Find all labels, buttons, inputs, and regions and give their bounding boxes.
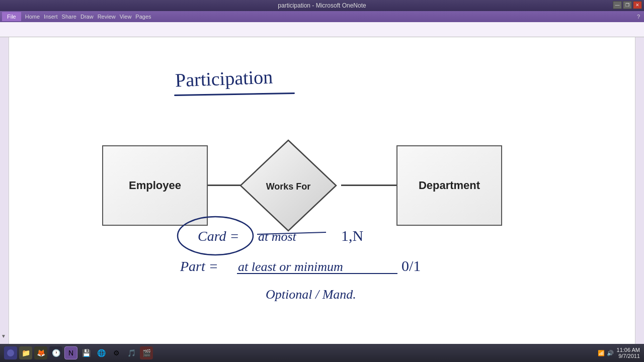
tab-review[interactable]: Review — [98, 14, 116, 20]
annotation-area: Card = at most 1,N Part = at least or mi… — [155, 213, 457, 314]
restore-button[interactable]: ❐ — [623, 1, 632, 9]
ribbon-top: File Home Insert Share Draw Review View … — [0, 11, 644, 22]
title-underline — [174, 93, 295, 96]
date-display: 9/7/2011 — [617, 353, 640, 359]
employee-label: Employee — [129, 179, 181, 192]
close-button[interactable]: ✕ — [633, 1, 642, 9]
window-title: participation - Microsoft OneNote — [278, 2, 366, 9]
taskbar-right: 📶 🔊 11:06 AM 9/7/2011 — [598, 347, 640, 359]
clock-app-icon[interactable]: 🕐 — [49, 346, 62, 359]
svg-text:1,N: 1,N — [341, 227, 363, 244]
sidebar-arrow-icon[interactable]: ▼ — [1, 333, 6, 339]
right-panel — [635, 37, 644, 344]
title-bar: participation - Microsoft OneNote — ❐ ✕ — [0, 0, 644, 11]
file-explorer-icon[interactable]: 📁 — [19, 346, 32, 359]
main-area: ▼ Participation Employee — [0, 37, 644, 344]
tab-pages[interactable]: Pages — [135, 14, 151, 20]
help-button[interactable]: ? — [637, 14, 640, 20]
app-icon-4[interactable]: 🎵 — [125, 346, 138, 359]
svg-text:Card =: Card = — [198, 228, 239, 244]
app-icon-1[interactable]: 💾 — [79, 346, 93, 359]
right-connector-line — [341, 185, 396, 186]
svg-text:Optional / Mand.: Optional / Mand. — [266, 287, 356, 302]
left-sidebar: ▼ — [0, 37, 9, 344]
time-display: 11:06 AM — [617, 347, 640, 353]
system-clock: 11:06 AM 9/7/2011 — [617, 347, 640, 359]
tab-view[interactable]: View — [120, 14, 132, 20]
network-icon: 📶 — [598, 350, 605, 356]
onenote-icon[interactable]: N — [64, 346, 77, 359]
svg-point-12 — [7, 349, 14, 356]
minimize-button[interactable]: — — [613, 1, 622, 9]
tab-share[interactable]: Share — [62, 14, 76, 20]
department-label: Department — [419, 179, 480, 192]
note-content[interactable]: Participation Employee Wo — [9, 37, 635, 344]
system-tray: 📶 🔊 — [598, 350, 614, 356]
app-icon-3[interactable]: ⚙ — [110, 346, 123, 359]
svg-text:at most: at most — [258, 229, 297, 244]
diagram-container: Participation Employee Wo — [9, 37, 635, 344]
app-icon-5[interactable]: 🎬 — [140, 346, 153, 359]
svg-text:Part =: Part = — [180, 258, 218, 274]
svg-text:0/1: 0/1 — [401, 257, 421, 274]
taskbar: 📁 🦊 🕐 N 💾 🌐 ⚙ 🎵 🎬 📶 🔊 11:06 AM 9/7/2011 — [0, 344, 644, 362]
firefox-icon[interactable]: 🦊 — [34, 346, 47, 359]
diagram-title: Participation — [175, 66, 273, 92]
taskbar-left: 📁 🦊 🕐 N 💾 🌐 ⚙ 🎵 🎬 — [4, 346, 153, 359]
app-icon-2[interactable]: 🌐 — [95, 346, 108, 359]
svg-text:Works For: Works For — [266, 182, 311, 192]
ribbon: File Home Insert Share Draw Review View … — [0, 11, 644, 37]
svg-text:at least or minimum: at least or minimum — [238, 259, 343, 274]
start-button[interactable] — [4, 346, 17, 359]
window-controls[interactable]: — ❐ ✕ — [613, 1, 642, 9]
file-tab[interactable]: File — [2, 12, 21, 21]
tab-insert[interactable]: Insert — [44, 14, 58, 20]
ribbon-tabs — [0, 22, 644, 37]
tab-draw[interactable]: Draw — [80, 14, 94, 20]
volume-icon: 🔊 — [607, 350, 614, 356]
tab-home[interactable]: Home — [25, 14, 40, 20]
